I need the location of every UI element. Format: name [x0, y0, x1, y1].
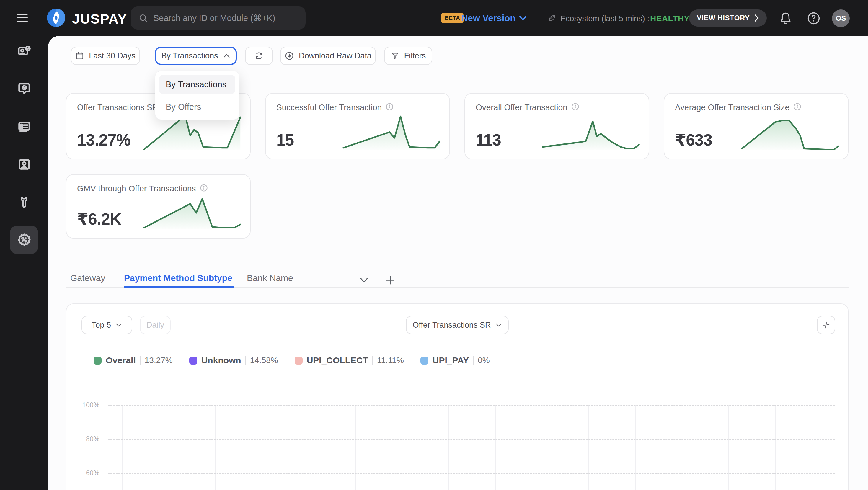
- sidebar-item-orders[interactable]: [10, 113, 38, 141]
- legend-swatch: [189, 357, 197, 365]
- metric-value: ₹633: [675, 130, 712, 149]
- filters-button[interactable]: Filters: [384, 47, 432, 65]
- legend-swatch: [421, 357, 428, 365]
- group-by-menu: By Transactions By Offers: [155, 71, 240, 120]
- notifications-bell-icon[interactable]: [779, 11, 792, 25]
- sparkline-chart: [142, 189, 242, 230]
- ecosystem-status-label: Ecosystem (last 5 mins) :: [560, 14, 650, 23]
- sidebar-item-products[interactable]: [10, 75, 38, 103]
- legend-series-name: Unknown: [202, 356, 241, 365]
- metric-value: 15: [276, 130, 294, 149]
- group-by-dropdown-button[interactable]: By Transactions: [155, 47, 237, 65]
- metric-value: ₹6.2K: [77, 210, 121, 228]
- tab-payment-method-subtype[interactable]: Payment Method Subtype: [124, 273, 232, 283]
- list-card-icon: [18, 120, 31, 133]
- legend-series-value: 0%: [478, 356, 490, 365]
- search-input[interactable]: [153, 13, 295, 23]
- y-axis-tick-label: 100%: [78, 401, 99, 409]
- chevron-down-icon: [115, 323, 122, 327]
- y-axis-tick-label: 80%: [78, 435, 99, 443]
- legend-item[interactable]: UPI_PAY0%: [421, 356, 490, 365]
- sidebar-nav: [0, 36, 48, 490]
- menu-item-by-offers[interactable]: By Offers: [159, 97, 235, 116]
- refresh-button[interactable]: [245, 47, 273, 65]
- chart-metric-selector[interactable]: Offer Transactions SR: [406, 316, 509, 334]
- vertical-gridlines: [108, 405, 837, 490]
- legend-swatch: [94, 357, 101, 365]
- juspay-logo-icon: [46, 8, 66, 28]
- add-tab-plus-icon[interactable]: [385, 275, 396, 286]
- sparkline-chart: [540, 110, 641, 151]
- top-n-dropdown[interactable]: Top 5: [82, 316, 132, 334]
- wrench-icon: [18, 196, 31, 209]
- tab-gateway[interactable]: Gateway: [70, 273, 105, 283]
- legend-separator: [140, 356, 141, 365]
- user-check-icon: [18, 44, 31, 58]
- legend-separator: [245, 356, 246, 365]
- main-content: Last 30 Days By Transactions Download Ra…: [48, 36, 868, 490]
- user-card-icon: [18, 158, 31, 171]
- chevron-down-icon: [495, 323, 502, 327]
- sparkline-chart: [740, 110, 840, 151]
- horizontal-gridline: [108, 439, 835, 440]
- beta-badge: BETA: [441, 13, 464, 23]
- y-axis-tick-label: 60%: [78, 469, 99, 477]
- sidebar-item-customers[interactable]: [10, 150, 38, 178]
- chart-panel: Top 5 Daily Offer Transactions SR Overal…: [66, 303, 848, 490]
- download-raw-data-button[interactable]: Download Raw Data: [280, 47, 376, 65]
- metric-value: 13.27%: [77, 130, 130, 149]
- search-icon: [138, 13, 148, 23]
- view-history-button[interactable]: VIEW HISTORY: [689, 9, 767, 27]
- sidebar-item-tools[interactable]: [10, 188, 38, 216]
- refresh-icon: [254, 51, 264, 61]
- date-range-button[interactable]: Last 30 Days: [71, 47, 140, 65]
- tabs-overflow-chevron-icon[interactable]: [359, 277, 369, 284]
- legend-series-name: UPI_COLLECT: [307, 356, 368, 365]
- legend-series-name: UPI_PAY: [433, 356, 469, 365]
- collapse-chart-button[interactable]: [817, 316, 835, 334]
- top-bar: JUSPAY BETA New Version Ecosystem (last …: [0, 0, 868, 36]
- leaf-icon: [547, 13, 556, 23]
- legend-separator: [372, 356, 373, 365]
- menu-item-by-transactions[interactable]: By Transactions: [159, 75, 235, 94]
- calendar-icon: [75, 51, 84, 60]
- metric-value: 113: [476, 130, 501, 149]
- tab-bank-name[interactable]: Bank Name: [247, 273, 293, 283]
- legend-series-name: Overall: [106, 356, 136, 365]
- horizontal-gridline: [108, 405, 835, 406]
- sidebar-item-monitoring[interactable]: [10, 37, 38, 65]
- legend-series-value: 11.11%: [377, 356, 404, 365]
- legend-item[interactable]: Unknown14.58%: [189, 356, 278, 365]
- granularity-daily-button[interactable]: Daily: [140, 316, 170, 334]
- percent-badge-icon: [17, 233, 31, 247]
- new-version-switch[interactable]: New Version: [461, 13, 516, 24]
- download-icon: [285, 51, 294, 61]
- metric-card-average-offer-transaction-size: Average Offer Transaction Size ₹633: [664, 93, 848, 159]
- sparkline-chart: [341, 110, 442, 151]
- global-search[interactable]: [131, 6, 306, 30]
- filter-funnel-icon: [391, 51, 399, 60]
- chevron-up-icon: [223, 53, 230, 58]
- legend-series-value: 14.58%: [250, 356, 278, 365]
- sidebar-item-offers[interactable]: [10, 226, 38, 254]
- user-avatar[interactable]: OS: [832, 9, 850, 27]
- legend-swatch: [294, 357, 303, 365]
- brand-name: JUSPAY: [72, 11, 127, 27]
- collapse-icon: [822, 320, 831, 330]
- ecosystem-status-value: HEALTHY: [650, 14, 690, 23]
- help-icon[interactable]: [807, 12, 820, 25]
- metric-card-overall-offer-transaction: Overall Offer Transaction 113: [464, 93, 649, 159]
- legend-separator: [473, 356, 473, 365]
- horizontal-gridline: [108, 473, 835, 474]
- package-chat-icon: [18, 82, 31, 96]
- legend-item[interactable]: UPI_COLLECT11.11%: [294, 356, 404, 365]
- chevron-down-icon[interactable]: [519, 16, 527, 21]
- hamburger-menu-icon[interactable]: [17, 13, 28, 23]
- active-tab-underline: [124, 286, 234, 288]
- legend-item[interactable]: Overall13.27%: [94, 356, 173, 365]
- chevron-right-icon: [754, 14, 759, 22]
- chart-legend: Overall13.27%Unknown14.58%UPI_COLLECT11.…: [94, 356, 490, 365]
- metric-card-gmv: GMV through Offer Transactions ₹6.2K: [66, 174, 251, 239]
- legend-series-value: 13.27%: [145, 356, 173, 365]
- metric-card-successful-offer-transaction: Successful Offer Transaction 15: [265, 93, 450, 159]
